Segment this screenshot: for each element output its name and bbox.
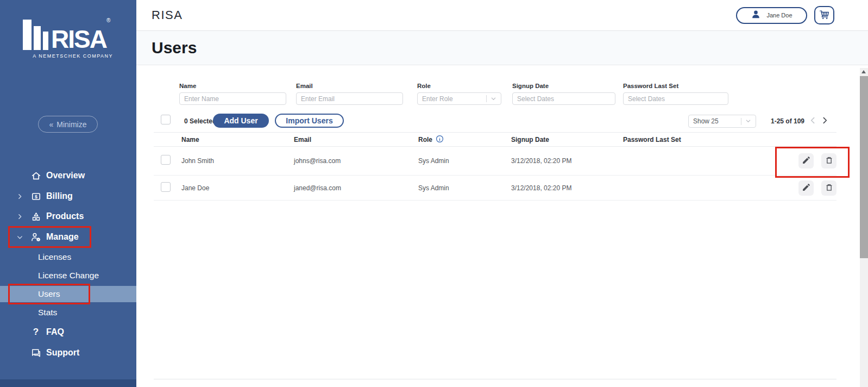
password-date-filter-input[interactable] (623, 92, 728, 105)
filter-name: Name (179, 83, 286, 105)
column-header-name: Name (181, 136, 199, 143)
page-title: Users (152, 39, 197, 57)
selected-count-label: 0 Selected (184, 117, 216, 125)
email-filter-input[interactable] (296, 92, 403, 105)
double-chevron-left-icon: « (49, 120, 53, 129)
edit-user-button[interactable] (798, 180, 814, 196)
chevron-down-icon (16, 234, 24, 241)
edit-user-button[interactable] (798, 153, 814, 168)
signup-date-filter-input[interactable] (512, 92, 615, 105)
column-header-role: Role (418, 135, 444, 145)
column-header-email: Email (294, 136, 311, 143)
scrollbar-thumb[interactable] (860, 76, 868, 258)
column-header-password-last-set: Password Last Set (623, 136, 681, 143)
brand-title: RISA (152, 8, 183, 22)
scroll-up-arrow-icon[interactable] (861, 70, 866, 73)
sidebar-item-products[interactable]: Products (0, 209, 136, 224)
registered-mark: ® (106, 17, 110, 23)
page-header: Users (136, 31, 868, 65)
logo-subtext: A NEMETSCHEK COMPANY (23, 53, 113, 59)
sidebar-footer-strip (0, 379, 136, 387)
cell-signup-date: 3/12/2018, 02:20 PM (511, 157, 571, 165)
vertical-scrollbar[interactable] (860, 68, 868, 387)
select-all-checkbox[interactable] (161, 115, 171, 124)
chevron-right-icon (16, 193, 24, 200)
topbar: RISA Jane Doe (136, 0, 868, 31)
import-users-button[interactable]: Import Users (275, 114, 344, 128)
cell-name: John Smith (181, 157, 214, 165)
add-user-button[interactable]: Add User (213, 114, 269, 128)
minimize-button[interactable]: « Minimize (38, 116, 98, 133)
chevron-down-icon (490, 94, 496, 104)
cart-button[interactable] (814, 6, 834, 24)
sidebar-item-users[interactable]: Users (0, 286, 136, 302)
filter-signup-date: Signup Date (512, 83, 615, 105)
chevron-right-icon (16, 213, 24, 220)
sidebar-item-licenses[interactable]: Licenses (0, 249, 136, 265)
page-size-select[interactable]: Show 25 (688, 115, 756, 128)
content-area: Name Email Role Enter Role Signup Date P… (136, 65, 860, 387)
app-root: RISA ® A NEMETSCHEK COMPANY « Minimize O… (0, 0, 868, 387)
cell-email: janed@risa.com (294, 184, 341, 192)
trash-icon (825, 155, 834, 166)
next-page-button[interactable] (820, 116, 829, 125)
manage-users-icon (30, 232, 42, 242)
filter-role: Role Enter Role (417, 83, 501, 105)
products-icon (30, 211, 42, 222)
cell-role: Sys Admin (418, 184, 449, 192)
filter-password-last-set: Password Last Set (623, 83, 728, 105)
svg-text:$: $ (35, 194, 37, 199)
billing-icon: $ (30, 191, 42, 202)
delete-user-button[interactable] (821, 153, 836, 168)
bottom-divider (154, 379, 836, 379)
chevron-down-icon (745, 116, 751, 126)
info-icon[interactable] (436, 135, 444, 145)
chat-support-icon (30, 348, 42, 358)
table-header: Name Email Role Signup Date Password Las… (154, 132, 836, 147)
sidebar-item-license-change[interactable]: License Change (0, 268, 136, 283)
pencil-icon (802, 155, 811, 166)
person-icon (751, 9, 761, 21)
delete-user-button[interactable] (821, 180, 836, 196)
trash-icon (825, 183, 834, 194)
topbar-actions: Jane Doe (736, 6, 834, 24)
role-filter-select[interactable]: Enter Role (417, 92, 501, 105)
risa-logo: RISA ® A NEMETSCHEK COMPANY (23, 20, 113, 59)
table-row: John Smith johns@risa.com Sys Admin 3/12… (154, 147, 836, 176)
home-icon (30, 171, 42, 181)
cell-role: Sys Admin (418, 157, 449, 165)
cell-name: Jane Doe (181, 184, 209, 192)
cell-email: johns@risa.com (294, 157, 341, 165)
logo-wordmark: RISA (51, 29, 106, 50)
user-menu-button[interactable]: Jane Doe (736, 7, 807, 24)
row-checkbox[interactable] (161, 155, 171, 165)
cell-signup-date: 3/12/2018, 02:20 PM (511, 184, 571, 192)
column-header-signup-date: Signup Date (511, 136, 549, 143)
sidebar-item-overview[interactable]: Overview (0, 168, 136, 183)
pencil-icon (802, 183, 811, 194)
sidebar-item-faq[interactable]: ? FAQ (0, 324, 136, 340)
sidebar-item-support[interactable]: Support (0, 345, 136, 360)
filter-email: Email (296, 83, 403, 105)
row-checkbox[interactable] (161, 182, 171, 192)
sidebar: RISA ® A NEMETSCHEK COMPANY « Minimize O… (0, 0, 136, 387)
question-mark-icon: ? (30, 327, 42, 338)
sidebar-item-billing[interactable]: $ Billing (0, 189, 136, 204)
sidebar-item-stats[interactable]: Stats (0, 305, 136, 320)
previous-page-button[interactable] (808, 116, 817, 125)
sidebar-item-manage[interactable]: Manage (0, 229, 136, 245)
cart-icon (819, 9, 831, 22)
user-name: Jane Doe (766, 12, 792, 18)
name-filter-input[interactable] (179, 92, 286, 105)
pagination-range-label: 1-25 of 109 (771, 117, 804, 125)
table-row: Jane Doe janed@risa.com Sys Admin 3/12/2… (154, 176, 836, 201)
logo-bars-icon (23, 20, 48, 50)
